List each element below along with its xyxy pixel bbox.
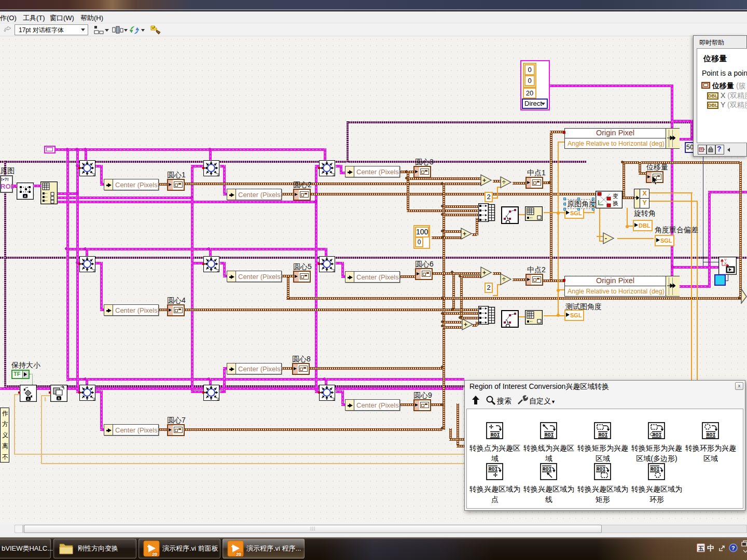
svg-text:ROI: ROI	[599, 432, 608, 438]
svg-text:ROI: ROI	[543, 467, 552, 472]
svg-text:+: +	[464, 321, 467, 328]
svg-text:-: -	[605, 235, 607, 242]
svg-text:+: +	[482, 177, 486, 184]
svg-text:变: 变	[613, 193, 618, 199]
svg-text:+: +	[482, 269, 486, 276]
svg-text:20: 20	[236, 552, 241, 557]
svg-text:A: A	[24, 194, 26, 198]
svg-text:ROI: ROI	[545, 432, 554, 438]
svg-text:÷: ÷	[502, 178, 506, 186]
svg-text:X:: X:	[724, 262, 728, 265]
svg-text:÷: ÷	[502, 275, 506, 283]
svg-text:ROI: ROI	[491, 432, 500, 438]
svg-text:+: +	[463, 230, 466, 237]
svg-text:?: ?	[731, 545, 735, 551]
svg-text:A: A	[58, 397, 60, 400]
svg-text:ROI: ROI	[653, 432, 662, 438]
svg-text:ROI: ROI	[597, 467, 606, 472]
svg-text:A: A	[27, 397, 30, 401]
svg-text:ROI: ROI	[707, 432, 716, 438]
svg-text:ROI: ROI	[651, 467, 660, 472]
svg-text:换: 换	[613, 200, 618, 206]
svg-text:Y:: Y:	[724, 258, 727, 262]
svg-text:ROI: ROI	[489, 467, 498, 472]
svg-text:20: 20	[152, 552, 157, 557]
